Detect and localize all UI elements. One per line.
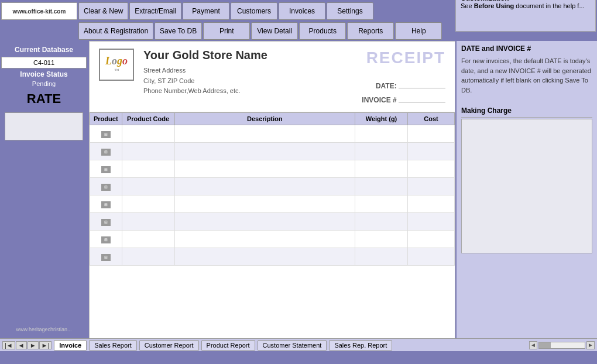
sidebar-footer: www.heritagechristian... bbox=[0, 325, 88, 334]
receipt-title: RECEIPT bbox=[362, 49, 445, 67]
invoice-number-value bbox=[399, 102, 445, 102]
tab-sales-rep.-report[interactable]: Sales Rep. Report bbox=[329, 340, 392, 351]
table-row[interactable]: ⊞ bbox=[90, 160, 455, 178]
tab-nav-forward[interactable]: ► bbox=[28, 341, 39, 349]
date-invoice-title: DATE and INVOICE # bbox=[461, 44, 592, 53]
table-row[interactable]: ⊞ bbox=[90, 143, 455, 160]
col-description: Description bbox=[174, 113, 355, 125]
view-detail-button[interactable]: View Detail bbox=[251, 22, 298, 40]
making-charge-area bbox=[461, 119, 592, 253]
date-value bbox=[399, 88, 445, 88]
col-product-code: Product Code bbox=[122, 113, 174, 125]
site-logo: www.office-kit.com bbox=[1, 2, 77, 20]
product-icon[interactable]: ⊞ bbox=[101, 236, 111, 243]
table-row[interactable]: ⊞ bbox=[90, 248, 455, 266]
date-invoice-description: For new invoices, the default DATE is to… bbox=[461, 56, 592, 95]
product-icon[interactable]: ⊞ bbox=[101, 131, 111, 138]
tab-sales-report[interactable]: Sales Report bbox=[89, 340, 137, 351]
table-row[interactable]: ⊞ bbox=[90, 125, 455, 143]
tab-nav-last[interactable]: ►| bbox=[39, 341, 52, 349]
reports-button[interactable]: Reports bbox=[347, 22, 394, 40]
about-registration-button[interactable]: About & Registration bbox=[78, 22, 153, 40]
extract-email-button[interactable]: Extract/Email bbox=[129, 2, 181, 20]
settings-button[interactable]: Settings bbox=[327, 2, 373, 20]
tab-nav-first[interactable]: |◄ bbox=[2, 341, 15, 349]
product-icon[interactable]: ⊞ bbox=[101, 184, 111, 191]
scroll-left-arrow[interactable]: ◄ bbox=[529, 341, 537, 349]
table-row[interactable]: ⊞ bbox=[90, 178, 455, 195]
scrollbar-track[interactable] bbox=[538, 342, 585, 349]
tab-customer-report[interactable]: Customer Report bbox=[139, 340, 199, 351]
rate-label: RATE bbox=[0, 88, 88, 110]
store-name: Your Gold Store Name bbox=[143, 49, 350, 62]
scroll-right-arrow[interactable]: ► bbox=[586, 341, 595, 349]
product-icon[interactable]: ⊞ bbox=[101, 201, 111, 208]
customers-button[interactable]: Customers bbox=[231, 2, 277, 20]
table-row[interactable]: ⊞ bbox=[90, 213, 455, 231]
print-button[interactable]: Print bbox=[203, 22, 250, 40]
rate-input-box[interactable] bbox=[5, 112, 83, 140]
save-to-db-button[interactable]: Save To DB bbox=[155, 22, 202, 40]
tab-product-report[interactable]: Product Report bbox=[201, 340, 255, 351]
product-icon[interactable]: ⊞ bbox=[101, 254, 111, 261]
col-weight: Weight (g) bbox=[355, 113, 408, 125]
clear-new-button[interactable]: Clear & New bbox=[78, 2, 128, 20]
col-cost: Cost bbox=[408, 113, 455, 125]
help-button[interactable]: Help bbox=[395, 22, 442, 40]
tab-nav-prev[interactable]: |◄ ◄ ► ►| bbox=[2, 341, 52, 349]
tab-customer-statement[interactable]: Customer Statement bbox=[258, 340, 327, 351]
db-value: C4-011 bbox=[1, 57, 87, 68]
table-row[interactable]: ⊞ bbox=[90, 195, 455, 213]
product-icon[interactable]: ⊞ bbox=[101, 166, 111, 173]
customization-panel: Customization See Before Using document … bbox=[455, 0, 596, 32]
product-icon[interactable]: ⊞ bbox=[101, 149, 111, 156]
payment-button[interactable]: Payment bbox=[183, 2, 229, 20]
making-charge-title: Making Charge bbox=[461, 104, 592, 118]
tab-nav-back[interactable]: ◄ bbox=[16, 341, 27, 349]
store-address: Street Address City, ST ZIP Code Phone N… bbox=[143, 66, 350, 97]
invoice-status-value: Pending bbox=[0, 80, 88, 88]
customization-subtitle: See Before Using document in the help f.… bbox=[461, 2, 591, 9]
current-db-label: Current Database bbox=[0, 43, 88, 56]
col-product: Product bbox=[90, 113, 122, 125]
product-icon[interactable]: ⊞ bbox=[101, 219, 111, 226]
store-logo: Logo ™ bbox=[99, 49, 134, 81]
tab-invoice[interactable]: Invoice bbox=[54, 340, 87, 351]
invoices-button[interactable]: Invoices bbox=[279, 2, 325, 20]
products-button[interactable]: Products bbox=[299, 22, 346, 40]
date-invoice-fields: DATE: INVOICE # bbox=[362, 79, 445, 107]
table-row[interactable]: ⊞ bbox=[90, 231, 455, 248]
invoice-table: Product Product Code Description Weight … bbox=[90, 112, 455, 266]
invoice-status-label: Invoice Status bbox=[0, 69, 88, 80]
